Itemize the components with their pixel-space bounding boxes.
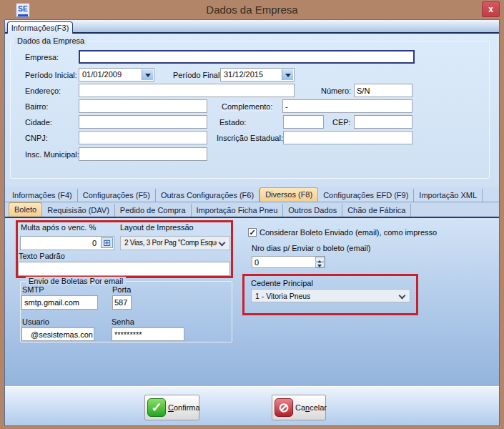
empresa-field[interactable] xyxy=(79,50,415,64)
numero-label: Número: xyxy=(321,87,351,96)
periodo-final-value: 31/12/2015 xyxy=(224,70,263,79)
layout-impressao-value: 2 Vias, 3 Por Pag "Comp Esquerda" xyxy=(124,239,217,247)
close-icon[interactable]: x xyxy=(482,1,500,17)
bairro-field[interactable] xyxy=(79,99,207,113)
tab-configuracoes-efd-f9[interactable]: Configurações EFD (F9) xyxy=(318,189,414,202)
insc-municipal-label: Insc. Municipal: xyxy=(25,150,79,159)
spinner-down-icon[interactable] xyxy=(315,262,325,267)
tab-importacao-ficha-pneu[interactable]: Importação Ficha Pneu xyxy=(192,204,284,217)
cedente-principal-label: Cedente Principal xyxy=(251,279,313,288)
main-tab-bar: Informações (F4) Configurações (F5) Outr… xyxy=(5,187,499,202)
periodo-inicial-label: Período Inicial: xyxy=(25,71,77,80)
considerar-boleto-label: Considerar Boleto Enviado (email), como … xyxy=(260,228,437,237)
tab-pedido-de-compra[interactable]: Pedido de Compra xyxy=(115,204,192,217)
inscricao-estadual-field[interactable] xyxy=(283,131,412,144)
button-panel xyxy=(5,386,499,425)
cnpj-label: CNPJ: xyxy=(25,134,48,143)
tab-configuracoes-f5[interactable]: Configurações (F5) xyxy=(78,189,156,202)
tab-diversos-f8[interactable]: Diversos (F8) xyxy=(260,187,318,202)
inscricao-estadual-label: Inscrição Estadual: xyxy=(217,134,283,143)
numero-field[interactable] xyxy=(354,84,412,97)
cedente-principal-value: 1 - Vitoria Pneus xyxy=(255,292,310,300)
complemento-label: Complemento: xyxy=(222,102,273,112)
senha-label: Senha xyxy=(112,317,134,327)
endereco-label: Endereço: xyxy=(25,87,61,96)
spinner-up-icon[interactable] xyxy=(315,257,325,262)
multa-label: Multa após o venc. % xyxy=(21,223,96,232)
periodo-inicial-value: 01/01/2009 xyxy=(82,70,122,79)
tab-chao-de-fabrica[interactable]: Chão de Fábrica xyxy=(342,204,411,217)
tab-importacao-xml[interactable]: Importação XML xyxy=(414,189,483,202)
considerar-boleto-checkbox[interactable]: ✓ xyxy=(248,228,257,237)
periodo-final-select[interactable]: 31/12/2015 xyxy=(220,68,295,82)
cep-field[interactable] xyxy=(354,115,412,129)
tab-outros-dados[interactable]: Outros Dados xyxy=(283,204,342,217)
bairro-label: Bairro: xyxy=(25,102,48,112)
tab-boleto[interactable]: Boleto xyxy=(9,202,42,217)
multa-field-group: ⊞ xyxy=(20,236,114,250)
tab-informacoes-f4[interactable]: Informações (F4) xyxy=(7,189,78,202)
cnpj-field[interactable] xyxy=(79,131,207,144)
nro-dias-field[interactable] xyxy=(252,256,325,268)
cep-label: CEP: xyxy=(332,118,351,127)
confirma-button[interactable]: ✓ Confirma xyxy=(144,395,199,420)
endereco-field[interactable] xyxy=(79,84,295,97)
title-bar: SE Dados da Empresa x xyxy=(0,0,504,20)
estado-field[interactable] xyxy=(283,115,324,129)
company-group-title: Dados da Empresa xyxy=(14,36,87,45)
cancel-slash-icon: ⊘ xyxy=(275,398,293,417)
layout-impressao-select[interactable]: 2 Vias, 3 Por Pag "Comp Esquerda" xyxy=(120,236,230,250)
calculator-icon[interactable]: ⊞ xyxy=(101,237,113,248)
porta-field[interactable] xyxy=(112,295,132,310)
complemento-field[interactable] xyxy=(282,99,412,113)
sub-tab-bar: Boleto Requisisão (DAV) Pedido de Compra… xyxy=(5,202,499,217)
tab-outras-configuracoes-f6[interactable]: Outras Configurações (F6) xyxy=(156,189,260,202)
estado-label: Estado: xyxy=(219,118,246,127)
cidade-field[interactable] xyxy=(79,115,207,129)
tab-informacoes-f3[interactable]: Informações(F3) xyxy=(7,21,73,34)
chevron-down-icon[interactable] xyxy=(282,69,293,80)
periodo-inicial-select[interactable]: 01/01/2009 xyxy=(79,68,154,82)
confirma-button-label: Confirma xyxy=(168,403,200,412)
usuario-field[interactable] xyxy=(21,327,94,341)
nro-dias-field-group xyxy=(252,256,325,268)
chevron-down-icon xyxy=(399,292,406,300)
top-tab-strip xyxy=(5,20,499,34)
smtp-label: SMTP xyxy=(22,285,44,295)
texto-padrao-field[interactable] xyxy=(18,262,230,276)
insc-municipal-field[interactable] xyxy=(79,147,207,161)
email-group-title: Envio de Boletas Por email xyxy=(26,277,126,285)
cidade-label: Cidade: xyxy=(25,118,52,127)
usuario-label: Usuario xyxy=(22,317,49,327)
periodo-final-label: Período Final: xyxy=(173,71,222,80)
empresa-label: Empresa: xyxy=(25,53,59,62)
senha-field[interactable] xyxy=(112,327,184,341)
nro-dias-label: Nro dias p/ Enviar o boleto (email) xyxy=(252,244,370,253)
porta-label: Porta xyxy=(112,285,131,295)
chevron-down-icon xyxy=(219,240,226,247)
texto-padrao-label: Texto Padrão xyxy=(19,252,65,261)
tab-requisisao-dav[interactable]: Requisisão (DAV) xyxy=(42,204,115,217)
chevron-down-icon[interactable] xyxy=(142,69,153,80)
dialog-dados-da-empresa: SE Dados da Empresa x Informações(F3) Da… xyxy=(0,0,504,429)
cedente-principal-select[interactable]: 1 - Vitoria Pneus xyxy=(251,289,410,302)
cancelar-button-label: Cancelar xyxy=(295,403,327,412)
layout-impressao-label: Layout de Impressão xyxy=(120,223,194,232)
cancelar-button[interactable]: ⊘ Cancelar xyxy=(272,395,326,420)
confirm-check-icon: ✓ xyxy=(147,398,166,417)
window-title: Dados da Empresa xyxy=(0,4,504,16)
smtp-field[interactable] xyxy=(21,295,98,310)
